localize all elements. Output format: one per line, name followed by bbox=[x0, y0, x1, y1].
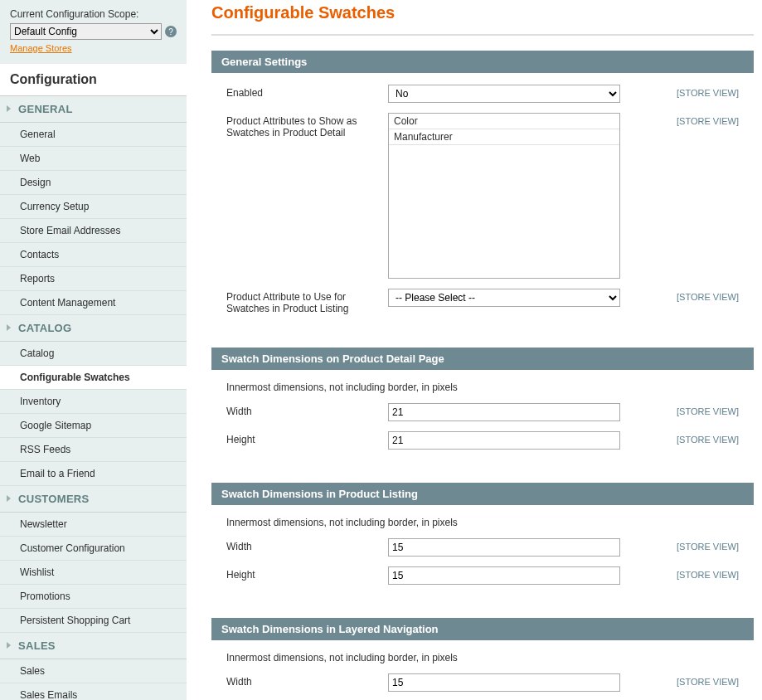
nav-item-web[interactable]: Web bbox=[0, 147, 187, 171]
nav-item-sales[interactable]: Sales bbox=[0, 659, 187, 683]
help-icon[interactable]: ? bbox=[165, 26, 177, 37]
chevron-right-icon bbox=[7, 324, 11, 331]
nav-item-rss-feeds[interactable]: RSS Feeds bbox=[0, 438, 187, 462]
nav-item-design[interactable]: Design bbox=[0, 171, 187, 195]
multiselect-option[interactable]: Color bbox=[389, 114, 619, 129]
fieldset-header-detail-dims[interactable]: Swatch Dimensions on Product Detail Page bbox=[211, 348, 754, 370]
nav-section-customers[interactable]: CUSTOMERS bbox=[0, 486, 187, 513]
layered-width-label: Width bbox=[226, 673, 388, 688]
layered-dims-hint: Innermost dimensions, not including bord… bbox=[226, 652, 739, 664]
fieldset-header-general[interactable]: General Settings bbox=[211, 51, 754, 73]
nav-item-promotions[interactable]: Promotions bbox=[0, 585, 187, 609]
attrs-detail-multiselect[interactable]: ColorManufacturer bbox=[388, 113, 620, 279]
scope-tag: [STORE VIEW] bbox=[677, 570, 739, 580]
nav-item-general[interactable]: General bbox=[0, 123, 187, 147]
nav-section-title: CUSTOMERS bbox=[18, 493, 90, 505]
scope-tag: [STORE VIEW] bbox=[677, 292, 739, 302]
detail-height-input[interactable] bbox=[388, 431, 620, 450]
nav-section-title: SALES bbox=[18, 639, 56, 652]
fieldset-header-layered-dims[interactable]: Swatch Dimensions in Layered Navigation bbox=[211, 618, 754, 640]
nav-item-sales-emails[interactable]: Sales Emails bbox=[0, 683, 187, 700]
chevron-right-icon bbox=[7, 495, 11, 502]
fieldset-header-listing-dims[interactable]: Swatch Dimensions in Product Listing bbox=[211, 483, 754, 505]
nav-item-inventory[interactable]: Inventory bbox=[0, 390, 187, 414]
listing-height-input[interactable] bbox=[388, 566, 620, 585]
nav-item-store-email-addresses[interactable]: Store Email Addresses bbox=[0, 219, 187, 243]
nav-item-google-sitemap[interactable]: Google Sitemap bbox=[0, 414, 187, 438]
detail-height-label: Height bbox=[226, 431, 388, 445]
nav-item-configurable-swatches[interactable]: Configurable Swatches bbox=[0, 366, 187, 390]
nav-item-catalog[interactable]: Catalog bbox=[0, 342, 187, 366]
page-rule bbox=[211, 34, 754, 36]
nav-item-content-management[interactable]: Content Management bbox=[0, 291, 187, 315]
scope-select[interactable]: Default Config bbox=[10, 23, 162, 40]
scope-tag: [STORE VIEW] bbox=[677, 406, 739, 416]
sidebar: Current Configuration Scope: Default Con… bbox=[0, 0, 187, 700]
fieldset-layered-dims: Swatch Dimensions in Layered Navigation … bbox=[211, 618, 754, 700]
layered-width-input[interactable] bbox=[388, 673, 620, 692]
main-content: Configurable Swatches General Settings E… bbox=[187, 0, 762, 700]
nav-item-customer-configuration[interactable]: Customer Configuration bbox=[0, 537, 187, 561]
scope-label: Current Configuration Scope: bbox=[10, 8, 177, 20]
nav-section-sales[interactable]: SALES bbox=[0, 633, 187, 659]
nav-section-title: CATALOG bbox=[18, 322, 71, 334]
nav-section-general[interactable]: GENERAL bbox=[0, 96, 187, 123]
nav-item-persistent-shopping-cart[interactable]: Persistent Shopping Cart bbox=[0, 609, 187, 633]
scope-tag: [STORE VIEW] bbox=[677, 116, 739, 126]
detail-width-input[interactable] bbox=[388, 403, 620, 421]
nav-item-wishlist[interactable]: Wishlist bbox=[0, 561, 187, 585]
manage-stores-link[interactable]: Manage Stores bbox=[10, 43, 72, 53]
fieldset-general: General Settings Enabled No [STORE VIEW]… bbox=[211, 51, 754, 333]
listing-dims-hint: Innermost dimensions, not including bord… bbox=[226, 517, 739, 528]
chevron-right-icon bbox=[7, 105, 11, 112]
scope-tag: [STORE VIEW] bbox=[677, 677, 739, 687]
attr-listing-label: Product Attribute to Use for Swatches in… bbox=[226, 289, 388, 314]
nav-item-reports[interactable]: Reports bbox=[0, 267, 187, 291]
enabled-select[interactable]: No bbox=[388, 85, 620, 103]
multiselect-option[interactable]: Manufacturer bbox=[389, 129, 619, 145]
enabled-label: Enabled bbox=[226, 85, 388, 99]
detail-dims-hint: Innermost dimensions, not including bord… bbox=[226, 382, 739, 393]
nav-item-contacts[interactable]: Contacts bbox=[0, 243, 187, 267]
config-heading: Configuration bbox=[0, 64, 187, 96]
nav-item-newsletter[interactable]: Newsletter bbox=[0, 513, 187, 537]
scope-tag: [STORE VIEW] bbox=[677, 435, 739, 445]
nav-section-catalog[interactable]: CATALOG bbox=[0, 315, 187, 342]
listing-width-input[interactable] bbox=[388, 538, 620, 557]
scope-tag: [STORE VIEW] bbox=[677, 88, 739, 98]
scope-tag: [STORE VIEW] bbox=[677, 542, 739, 552]
nav-item-currency-setup[interactable]: Currency Setup bbox=[0, 195, 187, 219]
attrs-detail-label: Product Attributes to Show as Swatches i… bbox=[226, 113, 388, 139]
attr-listing-select[interactable]: -- Please Select -- bbox=[388, 289, 620, 307]
detail-width-label: Width bbox=[226, 403, 388, 417]
page-title: Configurable Swatches bbox=[211, 3, 754, 22]
nav-section-title: GENERAL bbox=[18, 103, 73, 115]
fieldset-detail-dims: Swatch Dimensions on Product Detail Page… bbox=[211, 348, 754, 468]
listing-width-label: Width bbox=[226, 538, 388, 552]
scope-box: Current Configuration Scope: Default Con… bbox=[0, 8, 187, 64]
chevron-right-icon bbox=[7, 642, 11, 649]
nav-item-email-to-a-friend[interactable]: Email to a Friend bbox=[0, 462, 187, 486]
fieldset-listing-dims: Swatch Dimensions in Product Listing Inn… bbox=[211, 483, 754, 603]
listing-height-label: Height bbox=[226, 566, 388, 581]
